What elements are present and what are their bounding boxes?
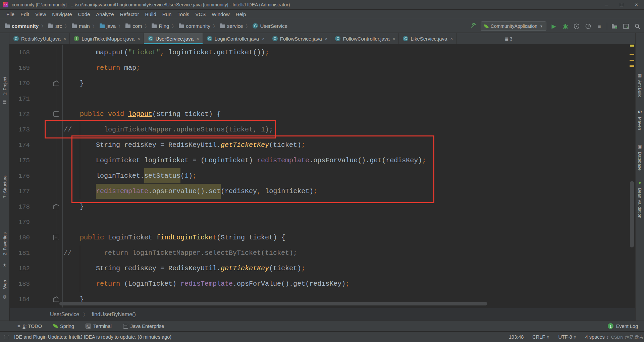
folder-icon: [72, 24, 77, 28]
run-configuration-select[interactable]: CommunityApplication ▼: [481, 21, 546, 31]
tab-close-icon[interactable]: ×: [325, 36, 328, 41]
tab-close-icon[interactable]: ×: [450, 36, 453, 41]
terminal-icon: >_: [86, 324, 91, 329]
tool-window-button-web[interactable]: Web: [2, 280, 7, 289]
breadcrumb-separator: 〉: [118, 23, 123, 29]
menu-item-refactor[interactable]: Refactor: [117, 11, 142, 17]
tab-likeservice-java[interactable]: CLikeService.java×: [399, 33, 457, 44]
breadcrumb-item-com[interactable]: com: [125, 23, 142, 29]
minimize-button[interactable]: ─: [599, 0, 614, 9]
line-number: 172: [10, 107, 30, 122]
hidden-tabs-dropdown[interactable]: ≣ 3: [505, 33, 513, 44]
tool-window-button-7-structure[interactable]: 7: Structure: [2, 175, 7, 198]
breadcrumb-item-java[interactable]: java: [100, 23, 116, 29]
breadcrumb-separator: 〉: [213, 23, 217, 29]
tab-followservice-java[interactable]: CFollowService.java×: [268, 33, 331, 44]
breadcrumb-item-ring[interactable]: Ring: [152, 23, 169, 29]
menu-item-vcs[interactable]: VCS: [192, 11, 209, 17]
menu-item-window[interactable]: Window: [209, 11, 232, 17]
menu-item-edit[interactable]: Edit: [17, 11, 32, 17]
coverage-button[interactable]: [573, 23, 581, 29]
search-everywhere-icon[interactable]: [633, 23, 641, 29]
vertical-scrollbar[interactable]: [630, 181, 634, 247]
tab-close-icon[interactable]: ×: [197, 36, 199, 41]
menu-item-view[interactable]: View: [32, 11, 49, 17]
menu-item-run[interactable]: Run: [159, 11, 175, 17]
fold-end-icon[interactable]: [53, 80, 59, 86]
fold-collapse-icon[interactable]: −: [53, 111, 59, 117]
build-icon[interactable]: [469, 23, 477, 29]
line-separator-widget[interactable]: CRLF⇕: [532, 334, 549, 340]
tool-window-button-maven[interactable]: Maven: [637, 117, 642, 130]
fold-end-icon[interactable]: [53, 296, 59, 302]
right-tool-stripe: Ant Build▦MavenmDatabase▣Bean Validation…: [635, 33, 644, 321]
editor-breadcrumb-class[interactable]: UserService: [50, 311, 79, 318]
tab-logincontroller-java[interactable]: CLoginController.java×: [203, 33, 268, 44]
tool-window-button-2-favorites[interactable]: 2: Favorites: [2, 232, 7, 255]
tab-label: FollowService.java: [280, 36, 322, 42]
indent-widget[interactable]: 4 spaces⇕: [585, 334, 609, 340]
editor-breadcrumb-member[interactable]: findUserByName(): [92, 311, 136, 318]
breadcrumb-item-community[interactable]: community: [5, 23, 39, 29]
stop-button[interactable]: ■: [595, 23, 603, 29]
encoding-widget[interactable]: UTF-8⇕: [558, 334, 576, 340]
folder-source-icon: [100, 24, 105, 28]
breadcrumb-item-src[interactable]: src: [48, 23, 62, 29]
menu-item-help[interactable]: Help: [233, 11, 249, 17]
menu-item-file[interactable]: File: [3, 11, 17, 17]
menu-item-analyze[interactable]: Analyze: [93, 11, 117, 17]
event-log-button[interactable]: 1 Event Log: [608, 323, 638, 329]
class-icon: C: [13, 36, 19, 41]
folder-icon: [48, 24, 53, 28]
annotation-red-box-code: [71, 135, 434, 203]
tool-window-button-ant-build[interactable]: Ant Build: [637, 80, 642, 98]
debug-button[interactable]: [561, 23, 569, 29]
code-editor[interactable]: 1681691701711721731741751761771781791801…: [10, 45, 635, 308]
menu-item-code[interactable]: Code: [75, 11, 93, 17]
horizontal-scrollbar[interactable]: [59, 302, 487, 305]
tool-window-button-bean-validation[interactable]: Bean Validation: [637, 188, 642, 218]
tool-window-button-database[interactable]: Database: [637, 152, 642, 171]
open-project-icon[interactable]: [610, 24, 619, 29]
fold-collapse-icon[interactable]: −: [53, 235, 59, 240]
class-icon: C: [272, 36, 278, 41]
menu-item-navigate[interactable]: Navigate: [49, 11, 75, 17]
tool-window-button-6-todo[interactable]: ≡6: TODO: [17, 324, 42, 329]
line-number: 184: [10, 292, 30, 307]
folder-icon: ▤: [2, 99, 6, 104]
hidden-tabs-count: 3: [510, 36, 513, 42]
breadcrumb-item-main[interactable]: main: [72, 23, 90, 29]
tab-close-icon[interactable]: ×: [64, 36, 66, 41]
breadcrumb-item-community[interactable]: community: [179, 23, 210, 29]
tool-window-button-java-enterprise[interactable]: Java Enterprise: [123, 324, 164, 329]
tab-followcontroller-java[interactable]: CFollowController.java×: [331, 33, 399, 44]
fold-guide-line: [56, 47, 56, 308]
breadcrumb-item-service[interactable]: service: [220, 23, 243, 29]
profiler-button[interactable]: [584, 23, 592, 29]
tab-loginticketmapper-java[interactable]: ILoginTicketMapper.java×: [70, 33, 144, 44]
maximize-button[interactable]: [614, 0, 629, 9]
run-button[interactable]: ▶: [550, 23, 558, 30]
spring-icon: [53, 324, 58, 329]
tool-window-button-1-project[interactable]: 1: Project: [2, 77, 7, 95]
line-number-gutter: 1681691701711721731741751761771781791801…: [10, 45, 30, 307]
tool-window-button-terminal[interactable]: >_Terminal: [86, 324, 112, 329]
menu-item-tools[interactable]: Tools: [174, 11, 192, 17]
tool-window-button-spring[interactable]: Spring: [53, 324, 74, 329]
tab-rediskeyutil-java[interactable]: CRedisKeyUtil.java×: [9, 33, 70, 44]
tab-close-icon[interactable]: ×: [393, 36, 395, 41]
ant-icon: ▦: [638, 73, 642, 78]
tab-close-icon[interactable]: ×: [262, 36, 265, 41]
status-message[interactable]: IDE and Plugin Updates: IntelliJ IDEA is…: [14, 334, 171, 340]
tab-userservice-java[interactable]: CUserService.java×: [144, 33, 203, 44]
fold-end-icon[interactable]: [53, 204, 59, 209]
menu-item-build[interactable]: Build: [142, 11, 159, 17]
run-configuration-label: CommunityApplication: [491, 23, 537, 29]
status-window-icon[interactable]: [4, 335, 9, 339]
breadcrumb-label: Ring: [159, 23, 169, 29]
close-button[interactable]: ✕: [629, 0, 644, 9]
restore-layout-icon[interactable]: [622, 24, 630, 29]
breadcrumb-item-userservice[interactable]: CUserService: [253, 23, 287, 29]
tab-close-icon[interactable]: ×: [138, 36, 140, 41]
caret-position-widget[interactable]: 193:48: [509, 334, 524, 340]
